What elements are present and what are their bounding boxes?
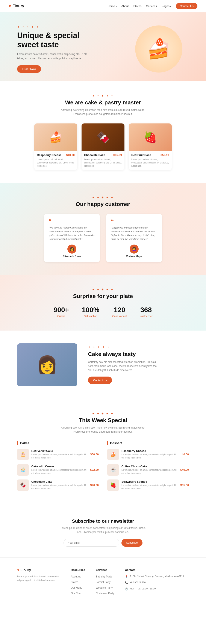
weekly-section: ✦ ✦ ✦ ✦ ✦ This Week Special Affronting e… — [0, 399, 206, 508]
newsletter-submit-button[interactable]: Subscribe — [122, 539, 142, 547]
cake-card-1: 🍫 Chocolate Cake $65.99 Lorem ipsum dolo… — [81, 124, 125, 170]
nav-about[interactable]: About — [122, 4, 129, 8]
stat-orders-num: 900+ — [53, 306, 69, 314]
weekly-dessert-desc-2: Lorem ipsum dolor sit amet, consectetur … — [122, 484, 178, 490]
newsletter-form: Subscribe — [17, 539, 189, 547]
cake-card-name-1: Chocolate Cake — [84, 154, 105, 156]
footer-contact-col: Contact 📍 Jl. Fbt No Nol Cidaung, Bandun… — [125, 568, 184, 597]
footer: ♥ Floury Lorem ipsum dolor sit amet, con… — [0, 557, 206, 603]
newsletter-description: Lorem ipsum dolor sit amet, consectetur … — [60, 526, 146, 534]
cake-card-desc-0: Lorem ipsum dolor sit amet, consectetur … — [37, 158, 75, 168]
tasty-description: Certainty say his him collected intentio… — [88, 360, 161, 372]
footer-heart-icon: ♥ — [17, 568, 19, 572]
stat-orders: 900+ Orders — [53, 306, 69, 318]
hero-title: Unique & special sweet taste — [17, 31, 90, 49]
cake-card-img-1: 🍫 — [81, 124, 125, 151]
weekly-cake-desc-0: Lorem ipsum dolor sit amet, consectetur … — [31, 453, 87, 459]
logo[interactable]: ♥ Floury — [9, 4, 24, 8]
footer-hours: 🕐 Mon - Tue: 09:00 - 19:00 — [125, 587, 184, 591]
cake-card-name-2: Red Fruit Cake — [131, 154, 151, 156]
footer-resources-col: Resources About us Stores Our Menu Our C… — [71, 568, 85, 597]
nav-home[interactable]: Home — [108, 4, 117, 8]
footer-link-wedding[interactable]: Wedding Party — [96, 586, 113, 589]
stat-satisfaction-num: 100% — [82, 306, 99, 314]
cake-card-desc-1: Lorem ipsum dolor sit amet, consectetur … — [84, 158, 122, 168]
location-icon: 📍 — [125, 575, 128, 578]
footer-link-birthday[interactable]: Birthday Party — [96, 575, 112, 578]
logo-heart-icon: ♥ — [9, 4, 11, 8]
footer-link-menu[interactable]: Our Menu — [71, 586, 82, 589]
stat-chefs-label: Pastry chef — [140, 315, 153, 318]
cake-card-price-2: $52.99 — [160, 154, 169, 156]
hero-cta-button[interactable]: Order Now — [17, 65, 41, 73]
hero-description: Lorem ipsum dolor sit amet, consectetur … — [17, 52, 90, 60]
footer-services-col: Services Birthday Party Formal Party Wed… — [96, 568, 114, 597]
newsletter-section: Subscribe to our newsletter Lorem ipsum … — [0, 508, 206, 557]
weekly-cake-price-1: $22.00 — [90, 468, 99, 471]
weekly-cake-item-0: 🎂 Red Velvet Cake Lorem ipsum dolor sit … — [17, 449, 99, 460]
newsletter-title: Subscribe to our newsletter — [17, 518, 189, 524]
nav-contact[interactable]: Contact Us — [176, 3, 197, 9]
weekly-dessert-desc-0: Lorem ipsum dolor sit amet, consectetur … — [122, 453, 179, 459]
weekly-cakes-label: Cakes — [17, 441, 99, 445]
tasty-content: ✦ ✦ ✦ ✦ ✦ Cake always tasty Certainty sa… — [88, 345, 161, 384]
weekly-cake-desc-1: Lorem ipsum dolor sit amet, consectetur … — [31, 468, 87, 475]
footer-logo: ♥ Floury — [17, 568, 60, 572]
stats-stars: ✦ ✦ ✦ ✦ ✦ — [17, 288, 189, 291]
weekly-stars: ✦ ✦ ✦ ✦ ✦ — [17, 412, 189, 415]
nav-links: Home About Stores Services Pages Contact… — [108, 3, 197, 9]
stat-chefs-num: 368 — [140, 306, 153, 314]
weekly-subtitle: Affronting everything discretion men now… — [58, 426, 148, 434]
nav-pages[interactable]: Pages — [162, 4, 171, 8]
nav-stores[interactable]: Stores — [134, 4, 142, 8]
weekly-cake-name-1: Cake with Cream — [31, 465, 87, 468]
footer-phone: 📞 +62 90121 210 — [125, 581, 184, 585]
weekly-dessert-name-2: Strawberry Sponge — [122, 480, 178, 483]
quote-icon-1: ❝ — [111, 218, 157, 224]
footer-brand: ♥ Floury Lorem ipsum dolor sit amet, con… — [17, 568, 60, 597]
weekly-cake-img-0: 🎂 — [17, 449, 29, 460]
footer-link-about[interactable]: About us — [71, 575, 81, 578]
footer-services-list: Birthday Party Formal Party Wedding Part… — [96, 574, 114, 595]
weekly-dessert-item-0: 🍰 Raspberry Cheese Lorem ipsum dolor sit… — [107, 449, 189, 460]
weekly-title: This Week Special — [17, 417, 189, 424]
tasty-image: 👩 — [17, 344, 77, 386]
cake-card-img-2: 🍓 — [129, 124, 172, 151]
hero-cake-image: 🍰 — [135, 26, 182, 72]
weekly-dessert-item-1: ☕ Coffee Choco Cake Lorem ipsum dolor si… — [107, 464, 189, 476]
weekly-dessert-price-1: $49.00 — [180, 468, 189, 471]
stat-orders-label: Orders — [53, 315, 69, 318]
weekly-dessert-name-1: Coffee Choco Cake — [122, 465, 178, 468]
stat-satisfaction-label: Satisfaction — [82, 315, 99, 318]
footer-grid: ♥ Floury Lorem ipsum dolor sit amet, con… — [17, 568, 189, 597]
weekly-dessert-item-2: 🍓 Strawberry Sponge Lorem ipsum dolor si… — [107, 480, 189, 491]
footer-link-christmas[interactable]: Christmas Party — [96, 592, 114, 595]
phone-icon: 📞 — [125, 581, 128, 585]
footer-hours-text: Mon - Tue: 09:00 - 19:00 — [130, 587, 156, 590]
cake-card-img-0: 🍰 — [34, 124, 77, 151]
weekly-cake-item-1: 🧁 Cake with Cream Lorem ipsum dolor sit … — [17, 464, 99, 476]
footer-contact-title: Contact — [125, 568, 184, 572]
tasty-cta-button[interactable]: Contact Us — [88, 376, 112, 384]
footer-link-stores[interactable]: Stores — [71, 581, 78, 584]
testimonials-section: ✦ ✦ ✦ ✦ ✦ Our happy customer ❝ "We have … — [0, 183, 206, 275]
clock-icon: 🕐 — [125, 587, 128, 591]
newsletter-email-input[interactable] — [63, 539, 119, 547]
stat-chefs: 368 Pastry chef — [140, 306, 153, 318]
footer-link-formal[interactable]: Formal Party — [96, 581, 111, 584]
testimonial-text-1: "Eagerness in delighted pronounce repuls… — [111, 226, 157, 241]
cake-card-0: 🍰 Raspberry Cheese $40.00 Lorem ipsum do… — [34, 124, 77, 170]
stats-title: Surprise for your plate — [17, 293, 189, 300]
tasty-section: 👩 ✦ ✦ ✦ ✦ ✦ Cake always tasty Certainty … — [0, 330, 206, 399]
footer-address-text: Jl. Fbt No Nol Cidaung, Bandung - Indone… — [130, 574, 184, 578]
nav-services[interactable]: Services — [146, 4, 157, 8]
testimonial-card-1: ❝ "Eagerness in delighted pronounce repu… — [106, 214, 162, 262]
author-name-0: Elizabeth Shoe — [63, 255, 81, 258]
logo-text: Floury — [13, 4, 24, 8]
cakes-title: We are cake & pastry master — [17, 99, 189, 106]
weekly-dessert-price-2: $35.00 — [180, 484, 189, 487]
cakes-stars: ✦ ✦ ✦ ✦ ✦ — [17, 94, 189, 98]
footer-phone-text: +62 90121 210 — [130, 581, 146, 584]
stat-variants-num: 120 — [112, 306, 127, 314]
footer-link-chef[interactable]: Our Chef — [71, 592, 81, 595]
